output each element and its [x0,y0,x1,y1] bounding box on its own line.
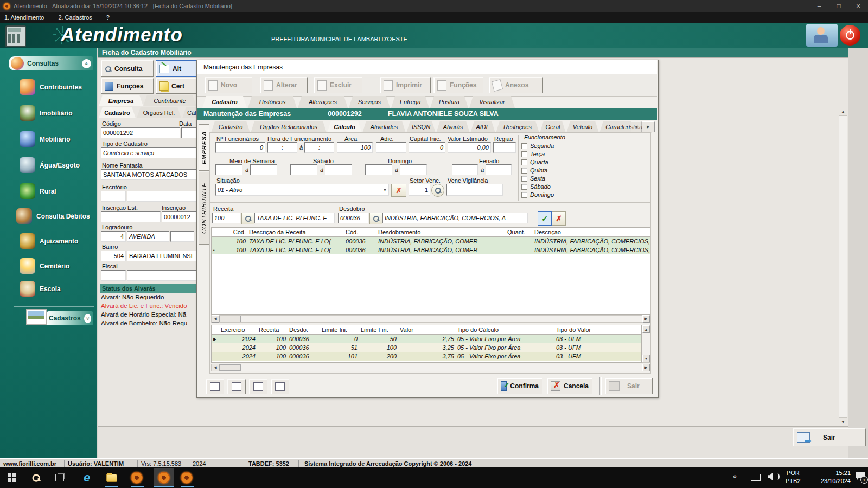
sidebar-header-consultas[interactable]: Consultas « [9,56,93,70]
desdobro-code-field[interactable]: 000036 [338,213,368,223]
itab-issqn[interactable]: ISSQN [406,121,436,133]
regiao-field[interactable] [493,142,516,153]
funcoes-dialog-button[interactable]: Funções [433,77,483,93]
main-scrollbar-up[interactable]: ▲ [839,107,847,115]
inscricao-field[interactable]: 00000012 [162,211,196,222]
checkbox-domingo[interactable]: Domingo [521,191,554,198]
speaker-icon[interactable] [768,473,773,480]
scroll-right-button[interactable]: ▶ [642,364,650,371]
domingo-ini-field[interactable] [365,164,392,175]
scroll-right-button[interactable]: ▶ [642,315,650,323]
checkbox-icon[interactable] [521,143,527,149]
sabado-fim-field[interactable] [325,164,352,175]
adic-field[interactable] [376,142,406,153]
itab-cadastro[interactable]: Cadastro [211,121,250,133]
itab-scroll-right[interactable]: ▶ [642,121,655,132]
maximize-button[interactable]: □ [829,0,848,12]
desdobro-desc-field[interactable]: INDÚSTRIA, FABRICAÇÃO, COMERCIOS, A [382,213,528,223]
itab-scroll-left[interactable]: ◀ [631,121,642,132]
app-window-button-2-active[interactable] [154,468,174,487]
itab-alvaras[interactable]: Alvarás [436,121,470,133]
anexos-button[interactable]: Anexos [489,77,543,93]
dlg-tab-servicos[interactable]: Serviços [349,96,390,108]
logradouro-field[interactable]: AVENIDA [127,231,169,242]
nav-next-button[interactable] [249,379,267,394]
excluir-button[interactable]: Excluir [314,77,362,93]
checkbox-segunda[interactable]: Segunda [521,143,554,149]
cert-button[interactable]: Cert [156,78,196,94]
itab-geral[interactable]: Geral [540,121,566,133]
tipo-cadastro-field[interactable]: Comércio e serviço [101,147,196,158]
confirma-button[interactable]: ✓ Confirma [497,378,542,394]
vtab-contribuinte[interactable]: CONTRIBUINTE [199,172,209,245]
tab-contribuinte[interactable]: Contribuinte [143,95,196,106]
col-header[interactable]: Tipo do Cálculo [456,325,554,335]
status-url[interactable]: www.fiorilli.com.br [0,460,65,467]
sidebar-item-contribuintes[interactable]: Contribuintes [20,79,82,95]
situacao-select[interactable]: 01 - Ativo ▼ [215,184,389,196]
meio-semana-ini-field[interactable] [215,164,242,175]
funcoes-button[interactable]: Funções [101,78,154,94]
sidebar-item-consulta-debitos[interactable]: Consulta Débitos [16,208,90,224]
valor-estimado-field[interactable]: 0,00 [448,142,491,153]
alterar-dialog-button[interactable]: Alterar [260,77,308,93]
hora-inicio-field[interactable]: : [267,142,297,153]
table-row-selected[interactable]: ▪ 100 TAXA DE LIC. P/ FUNC. E LO( 000036… [212,246,650,254]
col-header[interactable]: Quant. [506,228,533,237]
itab-calculo[interactable]: Cálculo [327,121,362,133]
receita-add-button[interactable]: ✓ [538,211,552,226]
nav-first-button[interactable] [206,379,224,394]
imprimir-button[interactable]: Imprimir [380,77,431,93]
itab-atividades[interactable]: Atividades [362,121,406,133]
file-explorer-button[interactable] [104,470,119,485]
app-window-button-1[interactable] [129,470,144,485]
checkbox-icon[interactable] [521,192,527,198]
itab-aidf[interactable]: AIDF [470,121,495,133]
checkbox-icon[interactable] [521,168,527,174]
dlg-tab-historicos[interactable]: Históricos [248,96,297,108]
receita-search-button[interactable] [241,213,254,224]
col-header[interactable]: Limite Ini. [320,325,359,335]
feriado-fim-field[interactable] [486,164,512,175]
fiscal-field[interactable] [127,270,196,281]
limites-grid-hscrollbar[interactable]: ◀ ▶ [211,364,650,371]
receitas-grid-hscrollbar[interactable]: ◀ ▶ [211,315,650,323]
hora-fim-field[interactable]: : [304,142,334,153]
tab-empresa[interactable]: Empresa [99,95,143,106]
nav-last-button[interactable] [271,379,289,394]
minimize-button[interactable]: – [809,0,829,12]
bairro-field[interactable]: BAIXADA FLUMINENSE [127,251,196,261]
data-field[interactable] [181,127,196,138]
desdobro-search-button[interactable] [369,213,382,224]
checkbox-icon[interactable] [521,151,527,157]
subtab-orgaos-rel[interactable]: Orgãos Rel. [137,107,181,118]
table-row[interactable]: 2024 100 000036 51 100 3,25 05 - Valor F… [212,343,641,352]
subtab-cadastro[interactable]: Cadastro [99,107,136,118]
col-header[interactable]: Exercicio [219,325,257,335]
area-field[interactable]: 100 [337,142,373,153]
sidebar-item-mobiliario[interactable]: Mobiliário [20,131,71,147]
setor-venc-search-button[interactable] [431,184,444,197]
tray-clock[interactable]: 15:21 23/10/2024 [809,469,851,485]
checkbox-sabado[interactable]: Sábado [521,183,551,190]
logradouro-extra-field[interactable] [170,231,194,242]
bairro-num-field[interactable]: 504 [101,251,126,261]
chevron-down-icon[interactable]: « [84,314,91,323]
capital-inic-field[interactable]: 0 [409,142,445,153]
scroll-up-button[interactable]: ▲ [642,325,650,333]
col-header[interactable]: Descrição [533,228,650,237]
itab-veiculo[interactable]: Veículo [566,121,599,133]
table-row[interactable]: 100 TAXA DE LIC. P/ FUNC. E LO( 000036 I… [212,237,650,246]
checkbox-quinta[interactable]: Quinta [521,167,547,174]
main-scrollbar-down[interactable]: ▼ [839,418,847,426]
checkbox-sexta[interactable]: Sexta [521,175,545,182]
itab-orgaos-relacionados[interactable]: Orgãos Relacionados [251,121,327,133]
escritorio-num-field[interactable] [101,191,126,202]
dlg-tab-visualizar[interactable]: Visualizar [469,96,515,108]
venc-vigilancia-field[interactable] [446,184,503,196]
tray-chevron-up-icon[interactable]: « [731,475,739,479]
sair-dialog-button[interactable]: Sair [605,378,653,394]
checkbox-terca[interactable]: Terça [521,151,545,157]
novo-button[interactable]: Novo [205,77,252,93]
sidebar-item-agua-esgoto[interactable]: Água/Esgoto [20,157,80,173]
